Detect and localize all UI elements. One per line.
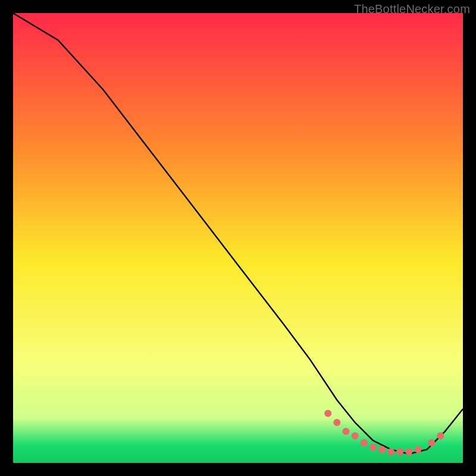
gradient-background	[13, 13, 463, 463]
marker-point	[387, 448, 394, 455]
marker-point	[324, 410, 331, 417]
plot-area	[13, 13, 463, 463]
chart-frame: TheBottleNecker.com	[0, 0, 476, 476]
marker-point	[405, 448, 412, 455]
marker-point	[352, 433, 359, 440]
marker-point	[342, 428, 349, 435]
marker-point	[428, 439, 435, 446]
marker-point	[333, 419, 340, 426]
marker-point	[396, 448, 403, 455]
marker-point	[414, 446, 421, 453]
marker-point	[369, 444, 377, 451]
marker-point	[378, 446, 386, 453]
marker-point	[361, 439, 368, 446]
watermark-label: TheBottleNecker.com	[354, 2, 470, 16]
chart-svg	[13, 13, 463, 463]
marker-point	[437, 433, 444, 440]
